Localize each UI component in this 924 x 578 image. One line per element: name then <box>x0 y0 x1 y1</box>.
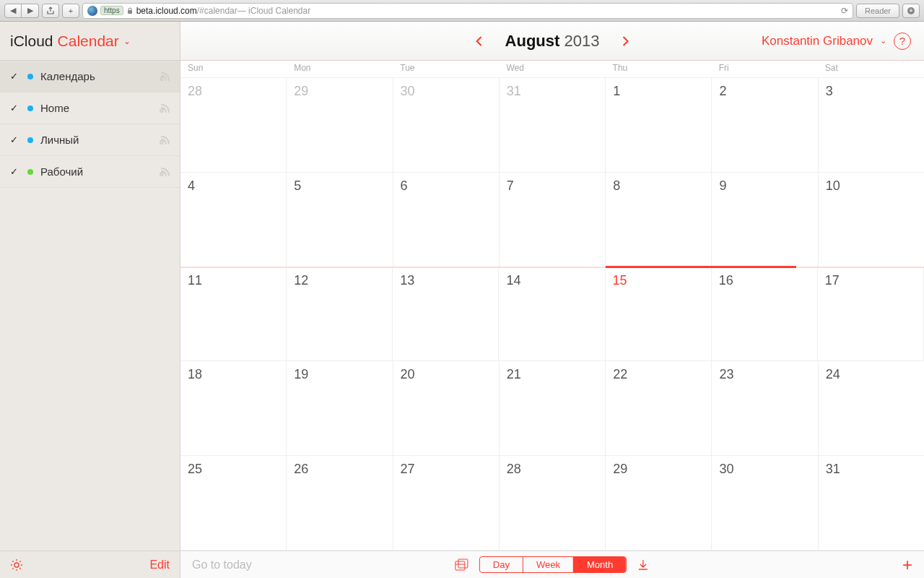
calendar-item[interactable]: ✓Личный <box>0 124 180 156</box>
share-rss-icon[interactable] <box>160 134 171 146</box>
calendar-name: Календарь <box>40 70 95 82</box>
calendar-name: Личный <box>40 134 79 146</box>
url-scheme: https <box>100 6 123 15</box>
day-cell[interactable]: 31 <box>500 78 606 172</box>
share-rss-icon[interactable] <box>160 103 171 114</box>
day-number: 18 <box>188 367 279 382</box>
go-to-today-button[interactable]: Go to today <box>192 558 252 571</box>
day-cell[interactable]: 20 <box>393 361 500 455</box>
help-button[interactable]: ? <box>894 33 911 50</box>
main-footer: Go to today DayWeekMonth + <box>180 551 924 578</box>
check-icon: ✓ <box>10 166 20 177</box>
day-cell[interactable]: 30 <box>712 456 818 550</box>
address-bar[interactable]: https beta.icloud.com /#calendar — iClou… <box>82 3 853 19</box>
day-cell[interactable]: 23 <box>712 361 818 455</box>
main-header: August 2013 Konstantin Gribanov ⌄ ? <box>180 22 924 61</box>
day-cell[interactable]: 9 <box>712 173 818 267</box>
day-cell[interactable]: 5 <box>287 173 393 267</box>
day-cell[interactable]: 10 <box>819 173 924 267</box>
share-button[interactable] <box>42 4 59 18</box>
day-cell[interactable]: 27 <box>393 456 500 550</box>
today-marker <box>606 266 797 268</box>
day-cell[interactable]: 18 <box>180 361 287 455</box>
calendar-overlay-icon[interactable] <box>455 558 469 571</box>
day-cell[interactable]: 7 <box>500 173 606 267</box>
back-button[interactable]: ◀ <box>4 4 22 18</box>
day-cell[interactable]: 13 <box>393 267 499 361</box>
calendar-item[interactable]: ✓Home <box>0 92 180 124</box>
day-cell[interactable]: 25 <box>180 456 287 550</box>
color-dot <box>27 137 33 143</box>
add-event-button[interactable]: + <box>902 555 912 575</box>
day-cell[interactable]: 8 <box>606 173 712 267</box>
day-number: 24 <box>826 367 917 382</box>
day-cell[interactable]: 24 <box>819 361 924 455</box>
day-cell[interactable]: 21 <box>500 361 606 455</box>
day-number: 20 <box>401 367 492 382</box>
prev-month-button[interactable] <box>469 33 489 50</box>
day-number: 26 <box>294 462 385 477</box>
day-cell[interactable]: 14 <box>499 267 605 361</box>
day-cell[interactable]: 16 <box>712 267 818 361</box>
section-name: Calendar <box>58 33 119 50</box>
view-week-button[interactable]: Week <box>523 557 573 572</box>
globe-icon <box>87 6 97 16</box>
add-button[interactable]: + <box>62 4 79 18</box>
day-cell[interactable]: 19 <box>287 361 393 455</box>
day-cell[interactable]: 3 <box>819 78 924 172</box>
next-month-button[interactable] <box>615 33 635 50</box>
day-cell[interactable]: 31 <box>819 456 924 550</box>
day-of-week-row: SunMonTueWedThuFriSat <box>180 61 924 78</box>
downloads-button[interactable] <box>902 4 920 18</box>
day-cell[interactable]: 17 <box>818 267 924 361</box>
day-cell[interactable]: 1 <box>606 78 712 172</box>
day-number: 19 <box>294 367 385 382</box>
day-number: 31 <box>507 84 598 99</box>
edit-button[interactable]: Edit <box>149 558 170 571</box>
day-cell[interactable]: 12 <box>287 267 393 361</box>
view-month-button[interactable]: Month <box>573 557 626 572</box>
calendar-name: Home <box>40 102 69 114</box>
sidebar-footer: Edit <box>0 551 180 578</box>
calendar-item[interactable]: ✓Рабочий <box>0 156 180 188</box>
week-row: 25262728293031 <box>180 456 924 551</box>
share-rss-icon[interactable] <box>160 71 171 82</box>
sidebar-header[interactable]: iCloud Calendar ⌄ <box>0 22 180 61</box>
day-number: 30 <box>401 84 492 99</box>
gear-icon[interactable] <box>10 558 23 571</box>
dow-label: Fri <box>712 61 818 77</box>
view-day-button[interactable]: Day <box>480 557 523 572</box>
share-rss-icon[interactable] <box>160 166 171 178</box>
day-cell[interactable]: 28 <box>500 456 606 550</box>
url-path: /#calendar <box>197 6 237 16</box>
day-number: 27 <box>401 462 492 477</box>
day-cell[interactable]: 15 <box>606 267 712 361</box>
day-number: 17 <box>825 273 916 288</box>
day-cell[interactable]: 4 <box>180 173 287 267</box>
forward-button[interactable]: ▶ <box>22 4 39 18</box>
day-number: 30 <box>719 462 810 477</box>
color-dot <box>27 74 33 79</box>
svg-rect-11 <box>456 561 465 570</box>
reload-icon[interactable]: ⟳ <box>841 6 848 16</box>
day-cell[interactable]: 30 <box>393 78 500 172</box>
day-number: 29 <box>294 84 385 99</box>
day-cell[interactable]: 6 <box>393 173 500 267</box>
day-cell[interactable]: 26 <box>287 456 393 550</box>
day-cell[interactable]: 29 <box>606 456 712 550</box>
dow-label: Tue <box>393 61 499 77</box>
user-name[interactable]: Konstantin Gribanov <box>762 34 873 48</box>
calendar-item[interactable]: ✓Календарь <box>0 61 180 92</box>
day-cell[interactable]: 2 <box>712 78 818 172</box>
day-cell[interactable]: 29 <box>287 78 393 172</box>
svg-line-7 <box>12 561 13 561</box>
download-icon[interactable] <box>637 558 650 571</box>
day-number: 22 <box>613 367 704 382</box>
day-cell[interactable]: 11 <box>180 267 287 361</box>
url-title: — iCloud Calendar <box>237 6 310 16</box>
day-cell[interactable]: 22 <box>606 361 712 455</box>
sidebar: iCloud Calendar ⌄ ✓Календарь✓Home✓Личный… <box>0 22 180 578</box>
day-cell[interactable]: 28 <box>180 78 287 172</box>
reader-button[interactable]: Reader <box>856 4 899 18</box>
day-number: 14 <box>506 273 597 288</box>
